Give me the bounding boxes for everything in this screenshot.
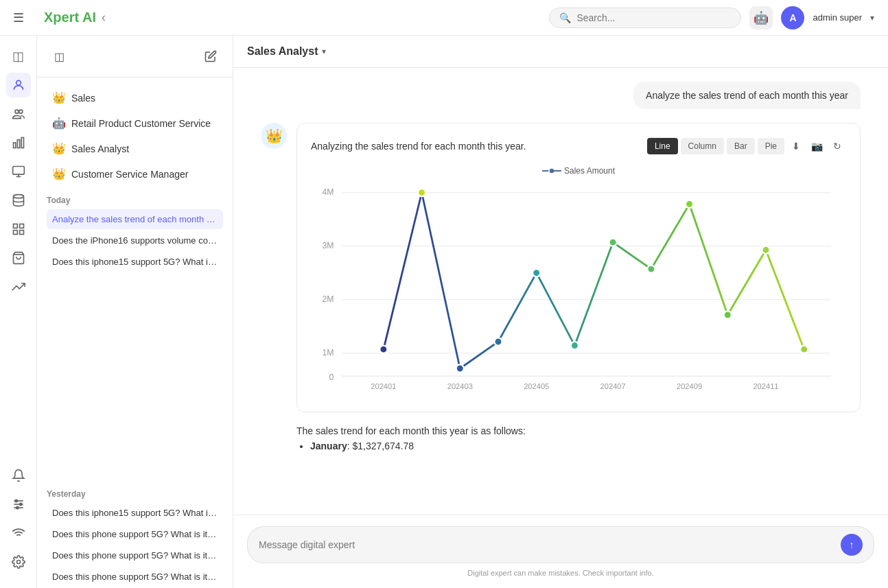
chart-description: Analyzing the sales trend for each month… xyxy=(311,141,526,152)
admin-chevron-icon[interactable]: ▾ xyxy=(870,13,874,23)
svg-rect-5 xyxy=(21,138,23,148)
monitor-icon[interactable] xyxy=(6,159,31,184)
svg-point-17 xyxy=(19,503,21,505)
history-item-y1[interactable]: Does this phone support 5G? What is its … xyxy=(47,524,223,544)
cart-icon[interactable] xyxy=(6,246,31,270)
app-logo: Xpert AI ‹ xyxy=(37,10,233,25)
chart-refresh-icon[interactable]: ↻ xyxy=(828,137,846,155)
bot-avatar: 👑 xyxy=(261,123,287,149)
svg-text:202407: 202407 xyxy=(600,382,626,390)
robot-button[interactable]: 🤖 xyxy=(749,6,773,30)
icon-rail: ◫ xyxy=(0,36,37,588)
svg-rect-4 xyxy=(17,140,19,148)
svg-text:3M: 3M xyxy=(322,241,334,250)
back-icon[interactable]: ‹ xyxy=(102,10,106,25)
admin-label[interactable]: admin super xyxy=(813,12,862,23)
chart-btn-line[interactable]: Line xyxy=(647,138,678,154)
agent-retail[interactable]: 🤖 Retail Product Customer Service xyxy=(45,111,224,135)
yesterday-label: Yesterday xyxy=(47,489,223,499)
svg-point-20 xyxy=(16,561,20,564)
agent-sales-label: Sales xyxy=(71,93,95,104)
svg-point-43 xyxy=(724,311,732,318)
svg-text:2M: 2M xyxy=(322,294,334,304)
chart-btn-bar[interactable]: Bar xyxy=(727,138,755,154)
svg-rect-9 xyxy=(19,224,23,228)
svg-point-39 xyxy=(571,342,579,349)
svg-text:1M: 1M xyxy=(322,348,334,357)
agent-customer-service-label: Customer Service Manager xyxy=(71,169,188,180)
bot-text-intro: The sales trend for each month this year… xyxy=(296,423,861,438)
user-group-icon[interactable] xyxy=(6,102,31,126)
svg-rect-8 xyxy=(13,224,17,228)
database-icon[interactable] xyxy=(6,188,31,213)
svg-point-45 xyxy=(800,346,808,353)
svg-text:202409: 202409 xyxy=(677,382,702,390)
svg-point-40 xyxy=(609,239,617,246)
chart-camera-icon[interactable]: 📷 xyxy=(808,137,826,155)
menu-icon[interactable]: ☰ xyxy=(6,5,31,30)
agent-retail-label: Retail Product Customer Service xyxy=(71,118,211,129)
svg-point-16 xyxy=(15,499,17,502)
users-icon[interactable] xyxy=(6,73,31,97)
input-area: ↑ Digital expert can make mistakes. Chec… xyxy=(233,515,888,588)
chat-header: Sales Analyst ▾ xyxy=(233,36,888,68)
chart-btn-pie[interactable]: Pie xyxy=(758,138,784,154)
svg-text:202405: 202405 xyxy=(524,382,549,390)
wifi-icon[interactable] xyxy=(6,521,31,545)
history-item-0[interactable]: Analyze the sales trend of each month th… xyxy=(47,209,223,229)
history-item-y2[interactable]: Does this phone support 5G? What is its … xyxy=(47,545,223,565)
bell-icon[interactable] xyxy=(6,463,31,488)
user-message: Analyze the sales trend of each month th… xyxy=(261,82,861,109)
sidebar: ◫ 👑 Sales 🤖 Retail Product Customer Serv… xyxy=(37,36,233,588)
trending-icon[interactable] xyxy=(6,274,31,299)
message-input[interactable] xyxy=(259,539,834,550)
svg-point-7 xyxy=(13,195,23,198)
chart-btn-column[interactable]: Column xyxy=(681,138,724,154)
main-content: Sales Analyst ▾ Analyze the sales trend … xyxy=(233,36,888,588)
agent-retail-emoji: 🤖 xyxy=(52,117,66,130)
history-item-2[interactable]: Does this iphone15 support 5G? What is i… xyxy=(47,252,223,272)
agent-sales[interactable]: 👑 Sales xyxy=(45,86,224,110)
chart-download-icon[interactable]: ⬇ xyxy=(787,137,805,155)
history-item-y3[interactable]: Does this phone support 5G? What is its … xyxy=(47,567,223,587)
sidebar-layout-icon[interactable]: ◫ xyxy=(48,45,70,67)
user-avatar[interactable]: A xyxy=(781,6,804,30)
svg-point-34 xyxy=(379,346,387,353)
svg-text:202403: 202403 xyxy=(447,382,473,390)
chat-title-chevron-icon[interactable]: ▾ xyxy=(322,47,326,56)
send-button[interactable]: ↑ xyxy=(841,534,863,556)
svg-text:0: 0 xyxy=(329,373,334,382)
history-item-1[interactable]: Does the iPhone16 supports volume contr.… xyxy=(47,231,223,250)
search-input[interactable] xyxy=(576,12,714,23)
settings-icon[interactable] xyxy=(6,550,31,574)
search-box[interactable]: 🔍 xyxy=(549,8,741,28)
sidebar-toggle-icon[interactable]: ◫ xyxy=(6,44,31,69)
svg-rect-11 xyxy=(19,231,23,235)
input-box: ↑ xyxy=(247,526,874,563)
sliders-icon[interactable] xyxy=(6,492,31,517)
svg-point-36 xyxy=(456,364,464,372)
svg-point-44 xyxy=(762,246,769,254)
svg-point-2 xyxy=(19,110,22,113)
grid-icon[interactable] xyxy=(6,217,31,242)
svg-point-42 xyxy=(686,200,693,208)
svg-point-0 xyxy=(16,80,21,85)
svg-rect-10 xyxy=(13,231,17,235)
history-item-y0[interactable]: Does this iphone15 support 5G? What is i… xyxy=(47,503,223,523)
chart-icon[interactable] xyxy=(6,130,31,155)
svg-text:4M: 4M xyxy=(322,187,334,197)
search-icon: 🔍 xyxy=(559,12,571,23)
chat-messages: Analyze the sales trend of each month th… xyxy=(233,68,888,515)
new-chat-icon[interactable] xyxy=(200,45,222,67)
agent-customer-service[interactable]: 👑 Customer Service Manager xyxy=(45,162,224,186)
agent-sales-emoji: 👑 xyxy=(52,91,66,104)
january-value: : $1,327,674.78 xyxy=(347,440,414,451)
agent-sales-analyst[interactable]: 👑 Sales Analyst xyxy=(45,137,224,161)
svg-rect-3 xyxy=(13,143,15,148)
disclaimer-text: Digital expert can make mistakes. Check … xyxy=(247,569,874,577)
agent-customer-service-emoji: 👑 xyxy=(52,167,66,180)
svg-point-38 xyxy=(533,269,540,277)
svg-text:202401: 202401 xyxy=(371,382,396,390)
legend-label: Sales Amount xyxy=(564,166,615,176)
user-bubble: Analyze the sales trend of each month th… xyxy=(633,82,861,109)
